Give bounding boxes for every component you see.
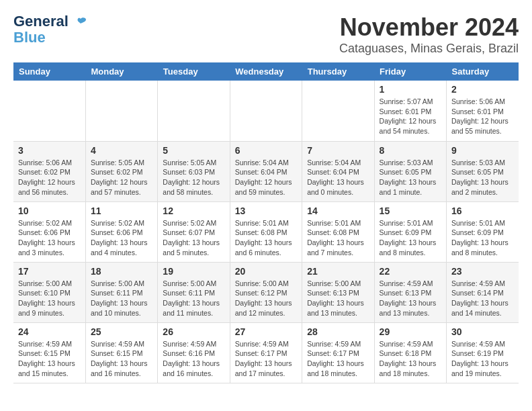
empty-day-cell <box>13 81 85 141</box>
day-info: Sunrise: 5:02 AM Sunset: 6:06 PM Dayligh… <box>91 218 152 258</box>
calendar-day-10: 10Sunrise: 5:02 AM Sunset: 6:06 PM Dayli… <box>13 201 85 262</box>
day-number: 1 <box>380 84 441 95</box>
calendar-day-26: 26Sunrise: 4:59 AM Sunset: 6:16 PM Dayli… <box>158 322 230 383</box>
calendar-day-1: 1Sunrise: 5:07 AM Sunset: 6:01 PM Daylig… <box>374 81 446 141</box>
location-title: Cataguases, Minas Gerais, Brazil <box>339 42 519 56</box>
calendar-day-9: 9Sunrise: 5:03 AM Sunset: 6:05 PM Daylig… <box>447 141 519 201</box>
logo-general: General <box>13 13 69 30</box>
day-info: Sunrise: 5:01 AM Sunset: 6:08 PM Dayligh… <box>307 218 369 258</box>
calendar-day-29: 29Sunrise: 4:59 AM Sunset: 6:18 PM Dayli… <box>374 322 446 383</box>
day-info: Sunrise: 5:04 AM Sunset: 6:04 PM Dayligh… <box>235 158 297 197</box>
empty-day-cell <box>230 81 302 141</box>
day-number: 19 <box>163 266 224 277</box>
day-number: 12 <box>163 205 224 216</box>
weekday-header-thursday: Thursday <box>302 62 374 81</box>
day-info: Sunrise: 5:00 AM Sunset: 6:11 PM Dayligh… <box>163 279 224 318</box>
calendar-day-6: 6Sunrise: 5:04 AM Sunset: 6:04 PM Daylig… <box>230 141 302 201</box>
calendar-week-row: 3Sunrise: 5:06 AM Sunset: 6:02 PM Daylig… <box>13 141 519 201</box>
day-number: 16 <box>451 205 514 216</box>
month-title: November 2024 <box>339 13 519 42</box>
calendar-day-23: 23Sunrise: 4:59 AM Sunset: 6:14 PM Dayli… <box>447 262 519 322</box>
day-number: 23 <box>451 266 514 277</box>
weekday-header-saturday: Saturday <box>447 62 519 81</box>
calendar-day-16: 16Sunrise: 5:01 AM Sunset: 6:09 PM Dayli… <box>447 201 519 262</box>
day-number: 22 <box>380 266 441 277</box>
logo: General Blue <box>13 13 87 46</box>
day-number: 10 <box>18 205 81 216</box>
day-info: Sunrise: 4:59 AM Sunset: 6:13 PM Dayligh… <box>380 279 441 318</box>
day-number: 21 <box>307 266 369 277</box>
calendar-week-row: 17Sunrise: 5:00 AM Sunset: 6:10 PM Dayli… <box>13 262 519 322</box>
calendar-day-14: 14Sunrise: 5:01 AM Sunset: 6:08 PM Dayli… <box>302 201 374 262</box>
day-info: Sunrise: 5:05 AM Sunset: 6:03 PM Dayligh… <box>163 158 224 197</box>
day-number: 15 <box>380 205 441 216</box>
calendar-day-19: 19Sunrise: 5:00 AM Sunset: 6:11 PM Dayli… <box>158 262 230 322</box>
day-info: Sunrise: 5:00 AM Sunset: 6:11 PM Dayligh… <box>91 279 152 318</box>
calendar-day-12: 12Sunrise: 5:02 AM Sunset: 6:07 PM Dayli… <box>158 201 230 262</box>
empty-day-cell <box>158 81 230 141</box>
calendar-day-28: 28Sunrise: 4:59 AM Sunset: 6:17 PM Dayli… <box>302 322 374 383</box>
day-info: Sunrise: 5:01 AM Sunset: 6:09 PM Dayligh… <box>451 218 514 258</box>
day-number: 28 <box>307 326 369 337</box>
day-info: Sunrise: 5:01 AM Sunset: 6:08 PM Dayligh… <box>235 218 297 258</box>
day-number: 13 <box>235 205 297 216</box>
day-info: Sunrise: 5:05 AM Sunset: 6:02 PM Dayligh… <box>91 158 152 197</box>
calendar-day-21: 21Sunrise: 5:00 AM Sunset: 6:13 PM Dayli… <box>302 262 374 322</box>
day-number: 3 <box>18 145 81 156</box>
day-number: 26 <box>163 326 224 337</box>
day-number: 9 <box>451 145 514 156</box>
day-info: Sunrise: 5:03 AM Sunset: 6:05 PM Dayligh… <box>380 158 441 197</box>
day-info: Sunrise: 5:07 AM Sunset: 6:01 PM Dayligh… <box>380 97 441 136</box>
day-number: 17 <box>18 266 81 277</box>
calendar-day-20: 20Sunrise: 5:00 AM Sunset: 6:12 PM Dayli… <box>230 262 302 322</box>
calendar-day-4: 4Sunrise: 5:05 AM Sunset: 6:02 PM Daylig… <box>85 141 157 201</box>
day-info: Sunrise: 5:00 AM Sunset: 6:10 PM Dayligh… <box>18 279 81 318</box>
calendar-day-7: 7Sunrise: 5:04 AM Sunset: 6:04 PM Daylig… <box>302 141 374 201</box>
weekday-header-friday: Friday <box>374 62 446 81</box>
weekday-header-sunday: Sunday <box>13 62 85 81</box>
weekday-header-tuesday: Tuesday <box>158 62 230 81</box>
day-info: Sunrise: 5:00 AM Sunset: 6:13 PM Dayligh… <box>307 279 369 318</box>
day-number: 25 <box>91 326 152 337</box>
logo-blue: Blue <box>13 30 46 46</box>
day-number: 30 <box>451 326 514 337</box>
day-info: Sunrise: 4:59 AM Sunset: 6:14 PM Dayligh… <box>451 279 514 318</box>
weekday-header-monday: Monday <box>85 62 157 81</box>
logo-bird-icon <box>74 15 87 29</box>
calendar-day-27: 27Sunrise: 4:59 AM Sunset: 6:17 PM Dayli… <box>230 322 302 383</box>
empty-day-cell <box>85 81 157 141</box>
page-header: General Blue November 2024 Cataguases, M… <box>13 13 519 56</box>
calendar-day-13: 13Sunrise: 5:01 AM Sunset: 6:08 PM Dayli… <box>230 201 302 262</box>
title-section: November 2024 Cataguases, Minas Gerais, … <box>339 13 519 56</box>
day-info: Sunrise: 5:04 AM Sunset: 6:04 PM Dayligh… <box>307 158 369 197</box>
weekday-header-wednesday: Wednesday <box>230 62 302 81</box>
calendar-day-2: 2Sunrise: 5:06 AM Sunset: 6:01 PM Daylig… <box>447 81 519 141</box>
calendar-week-row: 1Sunrise: 5:07 AM Sunset: 6:01 PM Daylig… <box>13 81 519 141</box>
day-number: 2 <box>451 84 514 95</box>
day-info: Sunrise: 5:06 AM Sunset: 6:01 PM Dayligh… <box>451 97 514 136</box>
day-number: 4 <box>91 145 152 156</box>
calendar-day-30: 30Sunrise: 4:59 AM Sunset: 6:19 PM Dayli… <box>447 322 519 383</box>
calendar-day-18: 18Sunrise: 5:00 AM Sunset: 6:11 PM Dayli… <box>85 262 157 322</box>
calendar-day-17: 17Sunrise: 5:00 AM Sunset: 6:10 PM Dayli… <box>13 262 85 322</box>
day-info: Sunrise: 4:59 AM Sunset: 6:18 PM Dayligh… <box>380 339 441 379</box>
day-info: Sunrise: 4:59 AM Sunset: 6:17 PM Dayligh… <box>307 339 369 379</box>
day-info: Sunrise: 4:59 AM Sunset: 6:17 PM Dayligh… <box>235 339 297 379</box>
day-number: 27 <box>235 326 297 337</box>
day-number: 5 <box>163 145 224 156</box>
calendar-week-row: 24Sunrise: 4:59 AM Sunset: 6:15 PM Dayli… <box>13 322 519 383</box>
day-info: Sunrise: 5:02 AM Sunset: 6:06 PM Dayligh… <box>18 218 81 258</box>
day-number: 20 <box>235 266 297 277</box>
calendar-table: SundayMondayTuesdayWednesdayThursdayFrid… <box>13 62 519 383</box>
day-number: 8 <box>380 145 441 156</box>
day-number: 29 <box>380 326 441 337</box>
day-number: 7 <box>307 145 369 156</box>
day-info: Sunrise: 5:06 AM Sunset: 6:02 PM Dayligh… <box>18 158 81 197</box>
day-number: 14 <box>307 205 369 216</box>
calendar-day-22: 22Sunrise: 4:59 AM Sunset: 6:13 PM Dayli… <box>374 262 446 322</box>
day-info: Sunrise: 5:00 AM Sunset: 6:12 PM Dayligh… <box>235 279 297 318</box>
calendar-day-25: 25Sunrise: 4:59 AM Sunset: 6:15 PM Dayli… <box>85 322 157 383</box>
day-info: Sunrise: 5:03 AM Sunset: 6:05 PM Dayligh… <box>451 158 514 197</box>
calendar-day-5: 5Sunrise: 5:05 AM Sunset: 6:03 PM Daylig… <box>158 141 230 201</box>
calendar-day-11: 11Sunrise: 5:02 AM Sunset: 6:06 PM Dayli… <box>85 201 157 262</box>
